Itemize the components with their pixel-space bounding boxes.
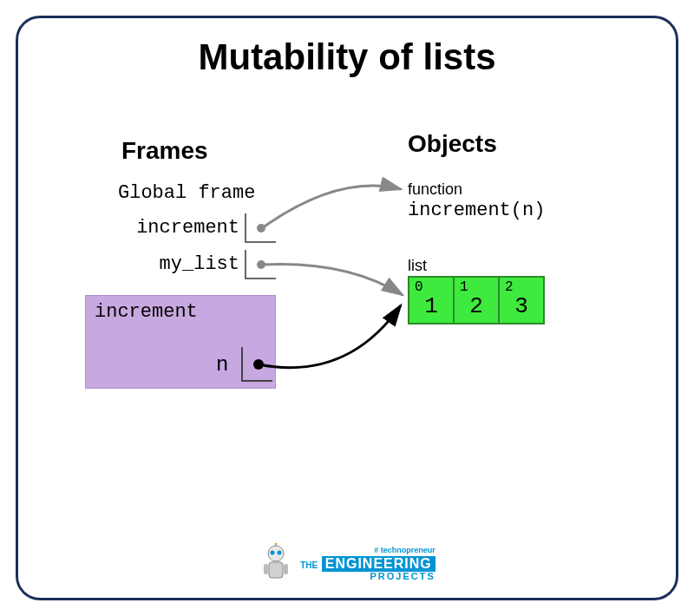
logo-the: THE (300, 560, 318, 570)
list-cell: 0 1 (408, 276, 455, 324)
robot-icon (259, 543, 293, 585)
frames-column-header: Frames (121, 137, 208, 165)
cell-value: 1 (409, 293, 453, 319)
object-function-signature: increment(n) (408, 200, 545, 221)
footer-logo: # technopreneur THE ENGINEERING PROJECTS (0, 543, 694, 588)
global-frame-label: Global frame (118, 182, 255, 204)
cell-value: 3 (500, 293, 543, 319)
list-cell: 2 3 (498, 276, 545, 324)
svg-point-2 (278, 551, 282, 555)
object-list-kind: list (408, 257, 427, 275)
svg-rect-5 (284, 564, 288, 574)
svg-point-1 (271, 551, 275, 555)
list-object: 0 1 1 2 2 3 (408, 276, 545, 324)
list-cell: 1 2 (453, 276, 500, 324)
pointer-dot-mylist (257, 260, 265, 269)
pointer-dot-n (253, 359, 264, 370)
svg-rect-4 (264, 564, 268, 574)
diagram-title: Mutability of lists (0, 36, 694, 78)
svg-rect-3 (269, 562, 283, 578)
svg-point-0 (268, 546, 284, 561)
cell-value: 2 (455, 293, 498, 319)
call-frame-name: increment (95, 301, 198, 323)
object-function-kind: function (408, 180, 462, 199)
global-var-mylist: my_list (92, 253, 239, 275)
pointer-dot-increment (257, 224, 265, 233)
svg-point-7 (275, 543, 278, 545)
call-var-n: n (216, 353, 228, 377)
logo-tagline: # technopreneur (300, 547, 435, 554)
logo-projects: PROJECTS (300, 572, 435, 581)
logo-engineering: ENGINEERING (322, 556, 435, 572)
global-var-increment: increment (92, 217, 239, 239)
objects-column-header: Objects (408, 130, 497, 158)
